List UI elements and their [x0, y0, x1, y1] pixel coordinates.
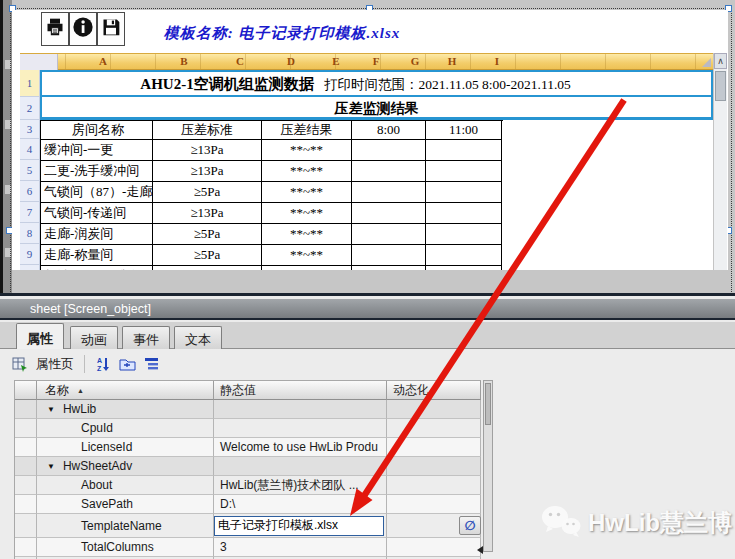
- cancel-dynamization-button[interactable]: ∅: [459, 516, 481, 535]
- property-value[interactable]: 3: [214, 538, 387, 557]
- sort-ascending-icon: ▲: [77, 387, 84, 394]
- table-header-row[interactable]: 房间名称 压差标准 压差结果 8:00 11:00: [41, 121, 503, 140]
- report-title: AHU2-1空调机组监测数据: [102, 75, 352, 94]
- column-header[interactable]: D: [281, 55, 301, 67]
- scroll-arrow-icon[interactable]: [477, 546, 483, 554]
- property-row-about[interactable]: About HwLib(慧兰博)技术团队 ...: [15, 476, 481, 495]
- row-gutter: [15, 495, 37, 514]
- property-dynamization: [387, 419, 481, 438]
- collapse-icon[interactable]: ▼: [47, 405, 55, 414]
- column-header[interactable]: F: [366, 55, 386, 67]
- scrollbar-thumb[interactable]: [485, 383, 491, 425]
- row-header[interactable]: 2: [20, 97, 40, 120]
- row-header[interactable]: 7: [20, 202, 40, 223]
- wechat-bubbles-icon: [540, 502, 582, 544]
- tree-view-icon[interactable]: [144, 357, 161, 371]
- properties-page-label[interactable]: 属性页: [36, 356, 74, 373]
- cell-result: **~**: [262, 161, 352, 182]
- cell-result: **~**: [262, 224, 352, 245]
- row-header[interactable]: 6: [20, 181, 40, 202]
- cell-room: 缓冲间-一更: [41, 140, 153, 161]
- table-row[interactable]: 缓冲间-一更 ≥13Pa **~**: [41, 140, 503, 161]
- property-name: SavePath: [37, 495, 214, 514]
- row-header[interactable]: 1: [20, 70, 40, 97]
- column-header[interactable]: H: [442, 55, 462, 67]
- property-dynamization: [387, 476, 481, 495]
- property-row-templatename[interactable]: TemplateName ∅: [15, 514, 481, 538]
- property-value[interactable]: HwLib(慧兰博)技术团队 ...: [214, 476, 387, 495]
- column-header[interactable]: G: [405, 55, 425, 67]
- table-row[interactable]: 气锁（C1）-准备区物流通 ≥13Pa **~**: [41, 266, 503, 270]
- property-dynamization: [387, 400, 481, 419]
- table-row[interactable]: 走廊-称量间 ≥5Pa **~**: [41, 245, 503, 266]
- row-header[interactable]: 3: [20, 120, 40, 139]
- cell-result: **~**: [262, 182, 352, 203]
- table-row[interactable]: 走廊-润炭间 ≥5Pa **~**: [41, 224, 503, 245]
- tab-texts[interactable]: 文本: [174, 326, 222, 349]
- print-button[interactable]: [41, 12, 69, 46]
- row-header[interactable]: 9: [20, 244, 40, 265]
- property-name: ▼ HwSheetAdv: [37, 457, 214, 476]
- column-dynamic-header[interactable]: 动态化: [387, 381, 481, 400]
- column-header[interactable]: I: [487, 55, 507, 67]
- column-static-label: 静态值: [220, 382, 256, 399]
- sheet-vertical-scrollbar[interactable]: ∧: [713, 53, 727, 270]
- selection-marquee: [731, 8, 732, 292]
- property-row-totalcolumns[interactable]: TotalColumns 3: [15, 538, 481, 557]
- cell-1100: [426, 140, 502, 161]
- property-row-hwlib[interactable]: ▼ HwLib: [15, 400, 481, 419]
- property-name: TemplateName: [37, 514, 214, 538]
- row-header[interactable]: 5: [20, 160, 40, 181]
- cell-result: **~**: [262, 266, 352, 270]
- tab-properties[interactable]: 属性: [16, 323, 64, 349]
- cell-standard: ≥13Pa: [153, 266, 262, 270]
- property-row-hwsheetadv[interactable]: ▼ HwSheetAdv: [15, 457, 481, 476]
- property-dynamization: [387, 538, 481, 557]
- property-row-cpuid[interactable]: CpuId: [15, 419, 481, 438]
- cell-result: **~**: [262, 245, 352, 266]
- section-title: 压差监测结果: [335, 101, 419, 116]
- property-value[interactable]: [214, 419, 387, 438]
- inspector-window-title: sheet [Screen_object]: [0, 299, 735, 320]
- grid-vertical-scrollbar[interactable]: [483, 380, 493, 552]
- divider: [84, 355, 85, 373]
- row-gutter: [15, 514, 37, 538]
- column-static-header[interactable]: 静态值: [214, 381, 387, 400]
- scrollbar-thumb[interactable]: [715, 71, 726, 101]
- cell-1100: [426, 182, 502, 203]
- sort-az-icon[interactable]: AZ: [95, 356, 111, 372]
- row-header[interactable]: 4: [20, 139, 40, 160]
- property-value[interactable]: Welcome to use HwLib Produ: [214, 438, 387, 457]
- column-name-header[interactable]: 名称 ▲: [37, 381, 214, 400]
- section-title-row[interactable]: 压差监测结果: [40, 97, 713, 120]
- column-header[interactable]: E: [326, 55, 346, 67]
- column-header[interactable]: B: [174, 55, 194, 67]
- table-row[interactable]: 气锁间-传递间 ≥13Pa **~**: [41, 203, 503, 224]
- property-row-licenseid[interactable]: LicenseId Welcome to use HwLib Produ: [15, 438, 481, 457]
- watermark: HwLib慧兰博: [540, 498, 730, 548]
- table-row[interactable]: 二更-洗手缓冲间 ≥13Pa **~**: [41, 161, 503, 182]
- save-icon: [101, 17, 121, 41]
- category-folder-icon[interactable]: [119, 357, 136, 372]
- info-button[interactable]: [69, 12, 97, 46]
- row-gutter: [15, 419, 37, 438]
- save-button[interactable]: [97, 12, 125, 46]
- row-gutter: [15, 538, 37, 557]
- tab-animations[interactable]: 动画: [70, 326, 118, 349]
- property-value[interactable]: D:\: [214, 495, 387, 514]
- column-header[interactable]: C: [230, 55, 250, 67]
- collapse-icon[interactable]: ▼: [47, 462, 55, 471]
- property-row-savepath[interactable]: SavePath D:\: [15, 495, 481, 514]
- column-header-band[interactable]: A B C D E F G H I: [20, 53, 713, 70]
- property-page-icon: [12, 356, 28, 372]
- row-header[interactable]: 8: [20, 223, 40, 244]
- row-header[interactable]: 10: [20, 265, 40, 270]
- cell-standard: ≥5Pa: [153, 182, 262, 203]
- tab-events[interactable]: 事件: [122, 326, 170, 349]
- select-all-corner[interactable]: [20, 54, 58, 70]
- column-header[interactable]: A: [93, 55, 113, 67]
- table-row[interactable]: 气锁间（87）-走廊 ≥5Pa **~**: [41, 182, 503, 203]
- template-name-input[interactable]: [214, 516, 384, 536]
- report-title-row[interactable]: AHU2-1空调机组监测数据 打印时间范围：2021.11.05 8:00-20…: [40, 70, 713, 97]
- scroll-up-icon[interactable]: ∧: [714, 53, 727, 69]
